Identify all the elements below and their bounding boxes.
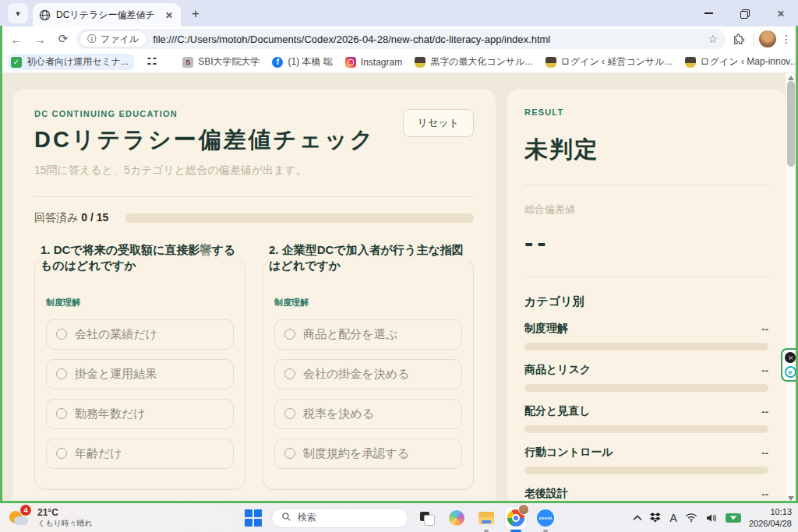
answer-option[interactable]: 年齢だけ [46, 439, 234, 469]
answer-option[interactable]: 税率を決める [274, 399, 462, 429]
wifi-icon[interactable] [685, 513, 697, 523]
question-title: 2. 企業型DCで加入者が行う主な指図はどれですか [269, 242, 468, 274]
weather-condition: くもり時々晴れ [37, 518, 93, 529]
result-status: 未判定 [524, 134, 768, 166]
question-block: 1. DCで将来の受取額に直接影響するものはどれですか 制度理解 会社の業績だけ… [34, 242, 245, 490]
file-scheme-chip[interactable]: ⓘ ファイル [79, 31, 147, 47]
chrome-button[interactable] [505, 507, 527, 529]
divider [524, 277, 768, 277]
minimize-button[interactable] [690, 0, 726, 26]
instagram-icon [345, 57, 356, 68]
volume-icon[interactable] [705, 513, 718, 523]
forward-icon[interactable]: → [30, 29, 50, 49]
bookmark-item[interactable]: ログイン ‹ Map-innov... [685, 55, 798, 69]
apps-grid-icon[interactable] [147, 57, 157, 68]
weather-temp: 21°C [37, 507, 93, 518]
page-content: DC CONTINUING EDUCATION DCリテラシー偏差値チェック 1… [0, 73, 798, 503]
globe-favicon-icon [39, 9, 51, 21]
answer-option[interactable]: 掛金と運用結果 [46, 359, 234, 389]
bookmarks-bar: ✓ 初心者向け運用セミナ... S SBI大学院大学 f (1) 本橋 聡 In… [0, 51, 798, 73]
radio-icon[interactable] [56, 408, 67, 419]
file-explorer-button[interactable] [475, 507, 497, 529]
extensions-icon[interactable] [729, 29, 749, 49]
tab-search-button[interactable]: ▾ [8, 3, 28, 23]
url-text[interactable]: file:///C:/Users/motoh/Documents/Codex/2… [153, 33, 701, 45]
scroll-down-icon[interactable] [788, 496, 794, 501]
widget-close-icon[interactable] [785, 352, 796, 363]
answer-option[interactable]: 商品と配分を選ぶ [274, 319, 462, 350]
taskbar-search-input[interactable]: 検索 [271, 508, 408, 528]
page-scrollbar[interactable] [786, 73, 796, 503]
weather-widget[interactable]: 4 21°C くもり時々晴れ [0, 506, 234, 530]
category-row: 商品とリスク-- [524, 363, 768, 392]
navigation-bar: ← → ⟳ ⓘ ファイル file:///C:/Users/motoh/Docu… [0, 26, 798, 51]
bookmark-item[interactable]: ログイン ‹ 経営コンサル... [546, 55, 673, 69]
reset-button[interactable]: リセット [403, 109, 474, 137]
extension-e-icon[interactable]: e [785, 366, 796, 378]
category-row: 行動コントロール-- [524, 446, 768, 474]
bookmark-item[interactable]: 黒字の最大化コンサル... [415, 55, 532, 69]
battery-saver-icon[interactable] [726, 513, 741, 523]
question-category: 制度理解 [46, 297, 234, 308]
zoom-app-button[interactable]: zoom [535, 507, 556, 529]
chrome-profile-overlay [518, 504, 529, 515]
radio-icon[interactable] [284, 329, 295, 340]
back-icon[interactable]: ← [6, 29, 26, 49]
radio-icon[interactable] [56, 448, 67, 459]
total-score-label: 総合偏差値 [524, 203, 768, 217]
radio-icon[interactable] [284, 448, 295, 459]
bookmark-item[interactable]: S SBI大学院大学 [182, 55, 260, 69]
question-title: 1. DCで将来の受取額に直接影響するものはどれですか [41, 242, 239, 274]
dropbox-icon[interactable] [650, 513, 662, 523]
bookmark-item[interactable]: f (1) 本橋 聡 [272, 55, 332, 69]
bookmark-item[interactable]: Instagram [345, 57, 402, 68]
restore-button[interactable] [726, 0, 762, 26]
taskbar: 4 21°C くもり時々晴れ 検索 zoom [0, 503, 798, 532]
radio-icon[interactable] [284, 368, 295, 379]
address-bar[interactable]: ⓘ ファイル file:///C:/Users/motoh/Documents/… [76, 29, 726, 49]
new-tab-button[interactable]: + [185, 4, 206, 24]
close-button[interactable] [762, 0, 798, 26]
radio-icon[interactable] [56, 329, 67, 340]
scrollbar-thumb[interactable] [787, 81, 795, 167]
reload-icon[interactable]: ⟳ [53, 29, 73, 49]
total-score-value: -- [524, 227, 768, 258]
sbi-icon: S [182, 57, 193, 68]
active-tab[interactable]: DCリテラシー偏差値チェック [33, 3, 181, 26]
answer-option[interactable]: 会社の掛金を決める [274, 359, 462, 389]
tab-close-icon[interactable] [162, 9, 175, 21]
notification-badge: 4 [20, 505, 31, 516]
menu-icon[interactable]: ⋮ [781, 33, 792, 45]
bookmark-star-icon[interactable]: ☆ [708, 33, 718, 45]
profile-avatar[interactable] [759, 30, 776, 48]
tab-strip: ▾ DCリテラシー偏差値チェック + [0, 0, 798, 26]
info-icon: ⓘ [87, 33, 97, 46]
site-icon [685, 57, 696, 68]
progress-label: 回答済み 0 / 15 [34, 211, 108, 225]
search-icon [281, 512, 291, 524]
extension-side-widget[interactable]: e [781, 348, 798, 382]
task-view-button[interactable] [416, 507, 438, 529]
ime-indicator[interactable]: A [670, 512, 677, 524]
category-row: 老後設計-- [524, 487, 768, 503]
question-category: 制度理解 [274, 297, 462, 308]
tray-chevron-icon[interactable] [633, 515, 642, 521]
category-progress-bar [524, 343, 768, 351]
browser-window: ▾ DCリテラシー偏差値チェック + ← → ⟳ ⓘ ファイル file:///… [0, 0, 798, 532]
scroll-up-icon[interactable] [788, 76, 794, 80]
result-panel: RESULT 未判定 総合偏差値 -- カテゴリ別 制度理解-- 商品とリスク-… [507, 89, 786, 503]
start-button[interactable] [243, 508, 263, 528]
clock-date: 2026/04/28 [749, 518, 792, 529]
copilot-button[interactable] [446, 507, 468, 529]
taskbar-clock[interactable]: 10:13 2026/04/28 [749, 506, 792, 529]
quiz-panel: DC CONTINUING EDUCATION DCリテラシー偏差値チェック 1… [12, 89, 496, 503]
answer-option[interactable]: 会社の業績だけ [46, 319, 234, 350]
answer-option[interactable]: 勤務年数だけ [46, 399, 234, 429]
radio-icon[interactable] [284, 408, 295, 419]
radio-icon[interactable] [56, 368, 67, 379]
bookmark-item[interactable]: ✓ 初心者向け運用セミナ... [8, 54, 134, 70]
category-row: 制度理解-- [524, 322, 768, 351]
answer-option[interactable]: 制度規約を承認する [274, 439, 462, 469]
category-row: 配分と見直し-- [524, 404, 768, 433]
category-progress-bar [524, 425, 768, 433]
